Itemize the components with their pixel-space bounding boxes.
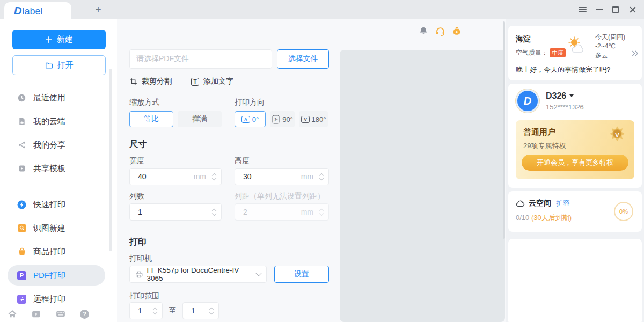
sidebar-item-label: 商品打印 [33, 247, 65, 257]
minimize-button[interactable] [596, 5, 603, 14]
cloud-space-title: 云空间 [529, 199, 551, 208]
sidebar-item-my-cloud[interactable]: 我的云端 [0, 109, 117, 133]
direction-90-button[interactable]: A 90° [270, 111, 295, 127]
printer-icon [135, 270, 143, 279]
sidebar-footer: ? [0, 306, 117, 322]
money-bag-icon[interactable]: ¥ [452, 26, 462, 36]
columns-input[interactable]: 1 [129, 203, 222, 221]
bell-icon[interactable] [419, 26, 428, 36]
columns-stepper[interactable] [211, 209, 217, 215]
scale-fill-button[interactable]: 撑满 [178, 111, 222, 127]
range-from-stepper[interactable] [152, 308, 158, 314]
lightning-icon [17, 200, 26, 209]
scale-mode-label: 缩放方式 [129, 98, 222, 106]
app-tab[interactable]: Dlabel [4, 2, 71, 19]
sidebar-item-label: 最近使用 [33, 93, 65, 103]
cloud-space-card: 云空间 扩容 0/10 (30天后到期) 0% [508, 191, 642, 232]
add-text-label: 添加文字 [203, 77, 233, 86]
folder-icon [45, 61, 53, 69]
maximize-button[interactable] [612, 5, 619, 14]
support-headset-icon[interactable] [435, 26, 445, 36]
user-card: D D326 152****1326 普通用户 29项专属特权 V 开通会员，享… [508, 84, 642, 188]
pdf-preview-area [340, 50, 505, 322]
direction-180-label: 180° [312, 115, 326, 123]
sidebar-divider [8, 185, 105, 185]
upgrade-membership-button[interactable]: 开通会员，享有更多特权 [522, 155, 628, 171]
sidebar-item-label: 我的分享 [33, 140, 65, 150]
orientation-a-icon: A [241, 116, 250, 123]
open-file-button[interactable]: 打开 [12, 55, 106, 75]
add-text-tool[interactable]: T 添加文字 [191, 77, 233, 86]
keyboard-icon[interactable] [48, 309, 72, 319]
scale-proportional-button[interactable]: 等比 [129, 111, 173, 127]
sun-cloud-icon [565, 36, 591, 54]
width-value: 40 [138, 172, 194, 181]
column-gap-stepper [319, 209, 324, 215]
expand-arrow-icon[interactable] [632, 50, 639, 56]
column-gap-input: 2 mm [235, 203, 329, 221]
logo-text: label [22, 6, 42, 17]
new-tab-button[interactable]: + [92, 4, 104, 16]
right-panel: 海淀 空气质量：中度 今天(周四) -2~4℃ 多云 晚上好，今天的事情做完了吗… [506, 19, 644, 322]
columns-label: 列数 [129, 192, 222, 200]
sidebar-item-label: 共享模板 [33, 164, 65, 174]
sidebar-item-recent[interactable]: 最近使用 [0, 86, 117, 109]
weather-city: 海淀 [516, 34, 565, 44]
main-scrollbar[interactable] [503, 21, 505, 239]
printer-settings-button[interactable]: 设置 [274, 266, 329, 283]
range-to-input[interactable]: 1 [182, 302, 219, 319]
width-label: 宽度 [129, 156, 222, 165]
titlebar: Dlabel + [0, 0, 644, 19]
plus-icon [45, 36, 53, 43]
sidebar-item-my-share[interactable]: 我的分享 [0, 133, 117, 157]
width-input[interactable]: 40 mm [129, 168, 222, 185]
weather-temp: -2~4℃ [595, 42, 625, 51]
menu-icon[interactable] [579, 5, 587, 14]
range-from-input[interactable]: 1 [129, 302, 163, 319]
close-button[interactable] [628, 5, 637, 14]
range-to-word: 至 [163, 306, 182, 316]
cloud-icon [516, 200, 525, 207]
printer-select[interactable]: FF K557p for DocuCentre-IV 3065 [129, 266, 267, 283]
width-stepper[interactable] [211, 174, 217, 180]
height-stepper[interactable] [319, 174, 324, 180]
caret-down-icon [569, 94, 574, 97]
sidebar-item-pdf-print[interactable]: P PDF打印 [0, 264, 117, 287]
pdf-icon: P [17, 271, 26, 280]
crop-split-tool[interactable]: 裁剪分割 [129, 77, 172, 86]
sidebar-item-quick-print[interactable]: 快速打印 [0, 193, 117, 216]
range-from-value: 1 [138, 306, 152, 315]
height-value: 30 [243, 172, 301, 181]
share-icon [17, 141, 26, 150]
greeting-text: 晚上好，今天的事情做完了吗? [516, 65, 634, 75]
expand-storage-link[interactable]: 扩容 [556, 199, 570, 208]
avatar[interactable]: D [516, 89, 539, 113]
pdf-letter: P [17, 271, 26, 280]
clock-icon [17, 93, 26, 103]
video-icon[interactable] [24, 310, 48, 319]
username[interactable]: D326 [546, 91, 584, 101]
orientation-a-flipped-icon: A [301, 116, 310, 123]
text-icon: T [191, 78, 199, 86]
sidebar-item-image-recognition[interactable]: 识图新建 [0, 216, 117, 240]
weather-date: 今天(周四) [595, 33, 625, 42]
sidebar-item-product-print[interactable]: 商品打印 [0, 240, 117, 264]
aqi-label: 空气质量： [516, 48, 548, 57]
sidebar-item-shared-templates[interactable]: 共享模板 [0, 157, 117, 180]
height-input[interactable]: 30 mm [235, 168, 329, 185]
range-to-stepper[interactable] [209, 308, 214, 314]
svg-text:¥: ¥ [456, 30, 458, 34]
notification-row: ¥ [419, 26, 462, 36]
new-file-button[interactable]: 新建 [12, 30, 106, 49]
choose-file-button[interactable]: 选择文件 [277, 49, 329, 69]
pdf-file-input[interactable]: 请选择PDF文件 [129, 49, 272, 69]
sidebar: 新建 打开 最近使用 我的云端 我的分享 共享模板 [0, 19, 117, 322]
sidebar-scrollbar[interactable] [109, 69, 112, 251]
help-icon[interactable]: ? [72, 310, 97, 319]
printer-value: FF K557p for DocuCentre-IV 3065 [147, 266, 253, 282]
width-unit: mm [194, 172, 206, 181]
nav-group-files: 最近使用 我的云端 我的分享 共享模板 [0, 86, 117, 180]
home-icon[interactable] [0, 309, 24, 319]
direction-0-button[interactable]: A 0° [235, 111, 266, 127]
direction-180-button[interactable]: A 180° [299, 111, 328, 127]
